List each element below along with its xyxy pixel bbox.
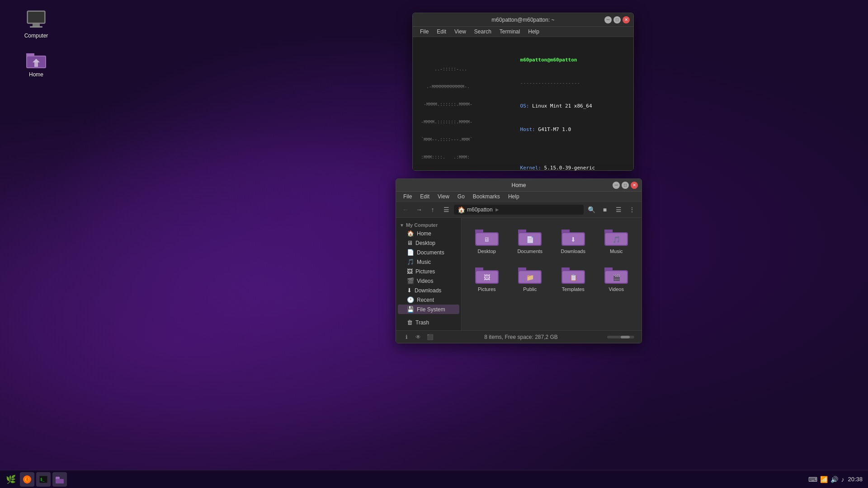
file-item-downloads[interactable]: ⬇ Downloads bbox=[553, 223, 593, 258]
templates-file-label: Templates bbox=[562, 286, 585, 292]
file-item-desktop[interactable]: 🖥 Desktop bbox=[467, 223, 507, 258]
sidebar-item-recent[interactable]: 🕐 Recent bbox=[398, 295, 459, 305]
svg-rect-2 bbox=[33, 23, 40, 26]
fm-menu-bookmarks[interactable]: Bookmarks bbox=[469, 192, 504, 201]
terminal-maximize-button[interactable]: □ bbox=[613, 16, 621, 23]
fm-location-arrow-icon: ► bbox=[495, 206, 500, 213]
music-sidebar-icon: 🎵 bbox=[407, 258, 414, 265]
terminal-menu-help[interactable]: Help bbox=[524, 28, 543, 36]
fm-menu-go[interactable]: Go bbox=[454, 192, 468, 201]
fm-icon-view-button[interactable]: ■ bbox=[599, 204, 611, 216]
sidebar-item-desktop[interactable]: 🖥 Desktop bbox=[398, 238, 459, 248]
terminal-menu-file[interactable]: File bbox=[416, 28, 432, 36]
file-item-videos[interactable]: 🎬 Videos bbox=[597, 261, 637, 296]
terminal-menu-terminal[interactable]: Terminal bbox=[496, 28, 524, 36]
documents-sidebar-label: Documents bbox=[417, 249, 444, 256]
desktop-sidebar-label: Desktop bbox=[415, 240, 435, 246]
tray-network-icon[interactable]: 📶 bbox=[820, 476, 828, 483]
fm-back-button[interactable]: ← bbox=[400, 204, 411, 216]
filesystem-sidebar-label: File System bbox=[417, 306, 445, 313]
fm-location-home-icon: 🏠 bbox=[458, 206, 465, 213]
taskbar-left: 🌿 $_ bbox=[0, 472, 71, 487]
desktop-folder-icon: 🖥 bbox=[475, 227, 499, 247]
fm-menu-help[interactable]: Help bbox=[505, 192, 523, 201]
templates-folder-icon: 📋 bbox=[561, 265, 585, 285]
home-desktop-icon[interactable]: Home bbox=[18, 48, 54, 78]
fm-toggle-sidebar-button[interactable]: ☰ bbox=[440, 204, 452, 216]
tray-keyboard-icon[interactable]: ⌨ bbox=[808, 476, 817, 483]
svg-rect-3 bbox=[30, 26, 42, 28]
filesystem-sidebar-icon: 💾 bbox=[407, 306, 414, 313]
pictures-sidebar-icon: 🖼 bbox=[407, 268, 413, 275]
terminal-menu-search[interactable]: Search bbox=[471, 28, 495, 36]
fm-menu-file[interactable]: File bbox=[400, 192, 415, 201]
fm-menu-view[interactable]: View bbox=[434, 192, 453, 201]
fm-location-bar[interactable]: 🏠 m60patton ► bbox=[454, 205, 584, 215]
svg-rect-47 bbox=[56, 479, 64, 483]
fm-titlebar: Home ─ □ ✕ bbox=[396, 179, 642, 192]
file-item-music[interactable]: 🎵 Music bbox=[597, 223, 637, 258]
fm-close-button[interactable]: ✕ bbox=[631, 182, 638, 189]
fm-minimize-button[interactable]: ─ bbox=[613, 182, 620, 189]
taskbar-terminal-button[interactable]: $_ bbox=[36, 472, 51, 487]
svg-text:🖼: 🖼 bbox=[484, 274, 490, 281]
computer-desktop-icon[interactable]: Computer bbox=[18, 9, 54, 39]
fm-sidebar-my-computer-header[interactable]: ▼ My Computer bbox=[396, 221, 461, 229]
terminal-minimize-button[interactable]: ─ bbox=[604, 16, 612, 23]
taskbar: 🌿 $_ ⌨ 📶 🔊 bbox=[0, 470, 868, 488]
fm-up-button[interactable]: ↑ bbox=[427, 204, 439, 216]
videos-folder-icon: 🎬 bbox=[604, 265, 628, 285]
terminal-menu-view[interactable]: View bbox=[451, 28, 470, 36]
fm-statusbar: ℹ 👁 ⬛ 8 items, Free space: 287,2 GB bbox=[396, 330, 642, 343]
recent-sidebar-icon: 🕐 bbox=[407, 296, 414, 303]
taskbar-menu-button[interactable]: 🌿 bbox=[4, 472, 18, 487]
sidebar-item-documents[interactable]: 📄 Documents bbox=[398, 248, 459, 257]
fm-title: Home bbox=[400, 182, 638, 188]
taskbar-time: 20:38 bbox=[848, 476, 863, 483]
terminal-window: m60patton@m60patton: ~ ─ □ ✕ File Edit V… bbox=[412, 13, 634, 171]
downloads-sidebar-icon: ⬇ bbox=[407, 287, 412, 294]
fm-content: 🖥 Desktop 📄 Document bbox=[462, 218, 642, 330]
sidebar-item-trash[interactable]: 🗑 Trash bbox=[398, 318, 459, 327]
sidebar-item-pictures[interactable]: 🖼 Pictures bbox=[398, 267, 459, 276]
fm-status-preview-button[interactable]: 👁 bbox=[413, 332, 423, 342]
fm-scrollbar-thumb bbox=[621, 336, 630, 338]
taskbar-tray-icons: ⌨ 📶 🔊 ♪ bbox=[808, 476, 844, 483]
fm-status-terminal-button[interactable]: ⬛ bbox=[425, 332, 435, 342]
sidebar-item-downloads[interactable]: ⬇ Downloads bbox=[398, 286, 459, 295]
sidebar-item-videos[interactable]: 🎬 Videos bbox=[398, 276, 459, 286]
sidebar-item-music[interactable]: 🎵 Music bbox=[398, 257, 459, 267]
public-file-label: Public bbox=[523, 286, 537, 292]
svg-text:🎵: 🎵 bbox=[613, 236, 621, 244]
tray-music-icon[interactable]: ♪ bbox=[841, 476, 844, 483]
file-item-public[interactable]: 📁 Public bbox=[510, 261, 550, 296]
terminal-close-button[interactable]: ✕ bbox=[623, 16, 630, 23]
fm-more-button[interactable]: ⋮ bbox=[626, 204, 638, 216]
desktop-file-label: Desktop bbox=[478, 249, 496, 254]
pictures-file-label: Pictures bbox=[478, 286, 496, 292]
terminal-menu-edit[interactable]: Edit bbox=[433, 28, 450, 36]
file-item-documents[interactable]: 📄 Documents bbox=[510, 223, 550, 258]
fm-scrollbar[interactable] bbox=[607, 336, 634, 338]
filemanager-window: Home ─ □ ✕ File Edit View Go Bookmarks H… bbox=[396, 178, 642, 343]
file-item-pictures[interactable]: 🖼 Pictures bbox=[467, 261, 507, 296]
trash-sidebar-label: Trash bbox=[415, 319, 429, 326]
fm-my-computer-label: My Computer bbox=[406, 222, 438, 228]
fm-menu-edit[interactable]: Edit bbox=[416, 192, 433, 201]
downloads-folder-icon: ⬇ bbox=[561, 227, 585, 247]
documents-sidebar-icon: 📄 bbox=[407, 249, 414, 256]
svg-text:$_: $_ bbox=[40, 478, 45, 482]
taskbar-files-button[interactable] bbox=[52, 472, 67, 487]
taskbar-firefox-button[interactable] bbox=[20, 472, 34, 487]
fm-forward-button[interactable]: → bbox=[413, 204, 425, 216]
fm-maximize-button[interactable]: □ bbox=[622, 182, 629, 189]
fm-status-info-button[interactable]: ℹ bbox=[401, 332, 411, 342]
sidebar-item-home[interactable]: 🏠 Home bbox=[398, 229, 459, 238]
fm-search-toggle-button[interactable]: 🔍 bbox=[585, 204, 597, 216]
file-item-templates[interactable]: 📋 Templates bbox=[553, 261, 593, 296]
terminal-body[interactable]: ..-:::::-... .-MMMMMMMMMMMM-. -MMMM.::::… bbox=[413, 37, 633, 170]
sidebar-item-filesystem[interactable]: 💾 File System bbox=[398, 305, 459, 314]
fm-list-view-button[interactable]: ☰ bbox=[613, 204, 624, 216]
svg-text:🖥: 🖥 bbox=[484, 236, 490, 243]
tray-volume-icon[interactable]: 🔊 bbox=[830, 476, 838, 483]
